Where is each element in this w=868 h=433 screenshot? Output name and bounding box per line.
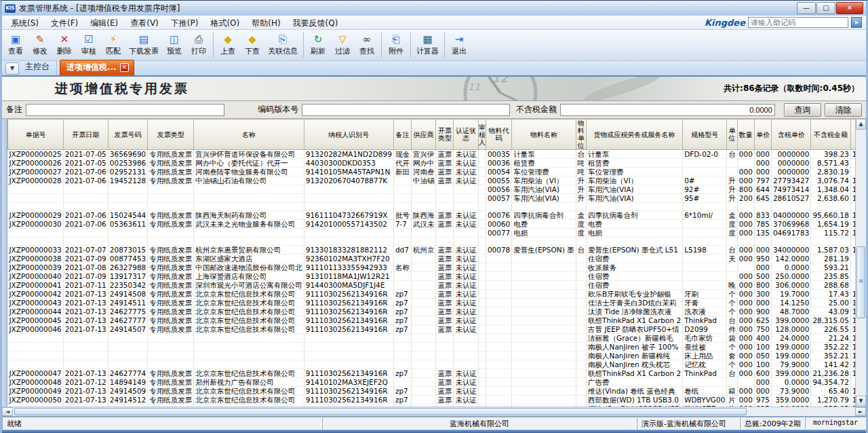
column-header-7[interactable]: 备注 <box>393 119 411 150</box>
table-row[interactable]: 00057车用汽油(VIA)升车用汽油(VIA)95#升200645286105… <box>8 194 856 203</box>
menu-item-3[interactable]: 查看(V) <box>124 17 165 29</box>
column-header-11[interactable]: 审核人 <box>478 119 486 150</box>
horizontal-scroll-thumb[interactable] <box>14 408 747 415</box>
column-header-19[interactable]: 单价 <box>754 119 771 150</box>
table-row[interactable]: 00077电损度电损度00013504691783115.7213.00.041… <box>8 229 856 238</box>
table-row[interactable]: 南极人NanJiren 枕头枕芯记忆枕个00010079.9000141.421… <box>8 360 856 369</box>
column-header-9[interactable]: 开票类型 <box>436 119 454 150</box>
table-row[interactable]: 洁丽雅（Grace）新疆棉毛毛巾家纺袋00040024.000021.2413.… <box>8 334 856 343</box>
table-row[interactable]: 00056车用汽油(VIA)升车用汽油(VIA)92#升800644749734… <box>8 185 856 194</box>
column-header-14[interactable]: 物料单位 <box>576 119 587 150</box>
menu-item-1[interactable]: 文件(F) <box>45 17 84 29</box>
column-header-6[interactable]: 纳税人识别号 <box>304 119 393 150</box>
附件-button[interactable]: ⎗附件 <box>384 31 408 60</box>
tab-close-icon[interactable]: ✕ <box>120 63 129 72</box>
note-filter-input[interactable] <box>26 104 224 116</box>
下查-button[interactable]: ◆下查 <box>240 31 264 60</box>
column-header-4[interactable]: 发票类型 <box>148 119 194 150</box>
table-row[interactable]: JXZP000000272021-07-0602952131专用纸质发票河南叁陆… <box>8 168 856 176</box>
column-header-21[interactable]: 不含税金额 <box>811 119 850 150</box>
clear-button[interactable]: 清除 <box>825 103 862 117</box>
刷新-button[interactable]: ↻刷新 <box>306 31 330 60</box>
scroll-right-icon[interactable]: ► <box>855 407 866 416</box>
打印-button[interactable]: ⎙打印 <box>186 31 211 60</box>
table-row[interactable]: JXZP000000482021-07-1214894149专用纸质发票郑州新视… <box>8 378 856 387</box>
code-version-input[interactable] <box>302 104 510 116</box>
table-row[interactable]: JXZP000000432021-07-1324914511专用纸质发票北京京东… <box>8 299 856 307</box>
amount-filter-input[interactable] <box>560 104 775 116</box>
tab-main-console[interactable]: 主控台 <box>21 61 57 75</box>
匹配-button[interactable]: ⚡匹配 <box>101 31 125 60</box>
table-row[interactable]: JXZP000000382021-07-0900877453专用纸质发票东湖区盛… <box>8 255 856 263</box>
table-row[interactable]: JXZP000000292021-07-0615024544专用纸质发票陕西海天… <box>8 211 856 220</box>
关联信息-button[interactable]: ⎘关联信息 <box>264 31 301 60</box>
menu-item-0[interactable]: 系统(S) <box>5 17 45 29</box>
审核-button[interactable]: ☑审核 <box>77 31 101 60</box>
table-row[interactable]: JXZP000000442021-07-1324627775专用纸质发票北京京东… <box>8 307 856 316</box>
query-button[interactable]: 查询 <box>784 103 821 117</box>
column-header-2[interactable]: 开票日期 <box>63 119 108 150</box>
过滤-button[interactable]: ▽过滤 <box>330 31 355 60</box>
column-header-3[interactable]: 发票号码 <box>108 119 147 150</box>
menu-item-2[interactable]: 编辑(E) <box>84 17 124 29</box>
column-header-8[interactable]: 供应商 <box>411 119 436 150</box>
上查-button[interactable]: ◆上查 <box>216 31 240 60</box>
tab-dropdown-icon[interactable]: ▼ <box>5 62 19 75</box>
column-header-18[interactable]: 数量 <box>737 119 754 150</box>
table-row[interactable]: 闪迪 (SanDisk)128GB USB酷铄(CZ7片00082594.900… <box>8 404 856 407</box>
计算器-button[interactable]: ▦计算器 <box>413 31 442 60</box>
column-header-10[interactable]: 认证状态 <box>454 119 479 150</box>
查看-button[interactable]: ▣查看 <box>3 31 28 60</box>
column-header-16[interactable]: 规格型号 <box>683 119 727 150</box>
menu-item-4[interactable]: 下推(P) <box>165 17 205 29</box>
table-row[interactable]: JXZP000000492021-07-1324914509专用纸质发票北京京东… <box>8 387 856 396</box>
退出-button[interactable]: ⇥退出 <box>447 31 471 60</box>
column-header-22[interactable]: 税率(%) <box>850 119 855 150</box>
table-row[interactable]: JXZP000000332021-07-0720873015专用纸质发票杭州京东… <box>8 246 856 255</box>
预览-button[interactable]: ◫预览 <box>162 31 186 60</box>
table-row[interactable]: JXZP000000472021-07-1324627774专用纸质发票北京京东… <box>8 369 856 378</box>
maximize-button[interactable]: □ <box>816 2 835 14</box>
column-header-17[interactable]: 单位 <box>727 119 738 150</box>
table-row[interactable] <box>8 238 856 246</box>
scroll-down-icon[interactable]: ▼ <box>856 396 866 407</box>
vertical-scrollbar[interactable]: ▲ ▼ <box>855 119 866 407</box>
scroll-up-icon[interactable]: ▲ <box>856 119 866 130</box>
table-row[interactable]: JXZP000000402021-07-0913917317专用纸质发票上海琛赟… <box>8 272 856 281</box>
menu-item-7[interactable]: 我要反馈(Q) <box>287 17 344 29</box>
table-row[interactable]: JXZP000000422021-07-1324914508专用纸质发票北京京东… <box>8 290 856 299</box>
table-row[interactable]: JXZP000000282021-07-0619452128专用纸质发票中油锡山… <box>8 176 856 185</box>
close-button[interactable]: ✕ <box>836 2 863 14</box>
table-row[interactable]: JXZP000000252021-07-0536569690专用纸质发票宜兴伊怀… <box>8 150 856 159</box>
column-header-12[interactable]: 物料代码 <box>486 119 511 150</box>
scroll-left-icon[interactable]: ◄ <box>2 407 13 416</box>
column-header-1[interactable]: 单据号 <box>8 119 64 150</box>
table-row[interactable]: JXZP000000412021-07-1122350342专用纸质发票深圳市观… <box>8 281 856 290</box>
table-row[interactable]: JXZP000000452021-07-1324627777专用纸质发票北京京东… <box>8 316 856 325</box>
table-row[interactable]: 南极人NanJiren 新疆棉纯床上用品套000050199.0000352.2… <box>8 352 856 360</box>
table-cell <box>576 307 587 316</box>
修改-button[interactable]: ✎修改 <box>28 31 52 60</box>
table-row[interactable]: JXZP000000462021-07-1324914507专用纸质发票北京京东… <box>8 325 856 334</box>
column-header-20[interactable]: 含税单价 <box>771 119 810 150</box>
table-row[interactable]: JXZP000000302021-07-0605363611专用纸质发票武汉未来… <box>8 220 856 229</box>
table-row[interactable]: JXZP000000502021-07-1324914512专用纸质发票北京京东… <box>8 396 856 404</box>
menu-item-5[interactable]: 格式(O) <box>204 17 245 29</box>
horizontal-scrollbar[interactable]: ◄ ► <box>2 407 866 416</box>
column-header-5[interactable]: 名称 <box>194 119 304 150</box>
table-row[interactable] <box>8 203 856 211</box>
table-row[interactable]: 南极人NanJiren 被子 100%蚕丝被个000100199.0000352… <box>8 343 856 352</box>
menu-item-6[interactable]: 帮助(H) <box>245 17 286 29</box>
minimize-button[interactable]: — <box>797 2 816 14</box>
tab-input-vat-invoice[interactable]: 进项增值税... ✕ <box>60 60 134 75</box>
mnemonic-code-input[interactable] <box>748 17 848 28</box>
查找-button[interactable]: ∞查找 <box>355 31 379 60</box>
删除-button[interactable]: ✕删除 <box>52 31 77 60</box>
column-header-15[interactable]: 货物或应税劳务或服务名称 <box>587 119 683 150</box>
vertical-scroll-thumb[interactable] <box>856 246 865 318</box>
下载发票-button[interactable]: ▤下载发票 <box>125 31 162 60</box>
column-header-13[interactable]: 物料名称 <box>512 119 576 150</box>
table-row[interactable]: JXZP000000262021-07-0500253986专用纸质发票网办中心… <box>8 159 856 168</box>
table-row[interactable]: JXZP000000392021-07-0826327988专用纸质发票中国邮政… <box>8 263 856 272</box>
mnemonic-go-button[interactable]: ➤ <box>851 17 862 28</box>
